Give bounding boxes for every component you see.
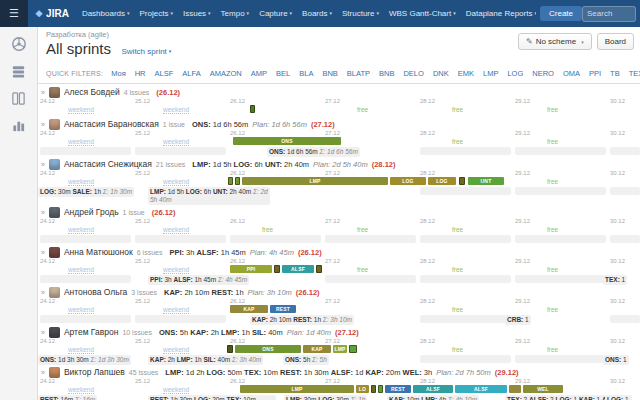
- menu-icon[interactable]: ☰: [0, 0, 28, 27]
- timeline-bar[interactable]: [316, 265, 322, 273]
- user-name[interactable]: Виктор Лапшев: [64, 367, 125, 378]
- nav-item-issues[interactable]: Issues▾: [178, 9, 216, 18]
- quick-filter-hr[interactable]: HR: [135, 69, 146, 78]
- timeline-bar-kap[interactable]: KAP: [230, 305, 268, 313]
- no-scheme-button[interactable]: ✎ No scheme ▾: [518, 33, 592, 50]
- quick-filter-bnb[interactable]: BNB: [379, 69, 394, 78]
- timeline-bar-ons[interactable]: ONS: [235, 345, 301, 353]
- day-summary-cell: KAP: 2h LMP: 1h SIL: 40m Σ: 3h 40m: [148, 355, 263, 365]
- timeline-bar[interactable]: [250, 105, 255, 113]
- nav-item-dashboards[interactable]: Dashboards▾: [77, 9, 135, 18]
- avatar[interactable]: [49, 327, 60, 338]
- avatar[interactable]: [49, 247, 60, 258]
- quick-filter-oma[interactable]: OMA: [563, 69, 580, 78]
- quick-filter-alsf[interactable]: ALSF: [155, 69, 174, 78]
- expand-chevron-icon[interactable]: »: [41, 87, 45, 98]
- reports-icon[interactable]: [10, 116, 28, 134]
- timeline-bar[interactable]: [371, 385, 376, 393]
- timeline-bar[interactable]: [228, 177, 233, 185]
- search-input[interactable]: [582, 6, 636, 22]
- nav-item-wbs-gantt-chart[interactable]: WBS Gantt-Chart▾: [384, 9, 461, 18]
- nav-item-capture[interactable]: Capture▾: [254, 9, 297, 18]
- timeline-bar[interactable]: [227, 345, 233, 353]
- jira-logo[interactable]: ❖ JIRA: [28, 8, 77, 19]
- quick-filter-bnb[interactable]: BNB: [322, 69, 337, 78]
- avatar[interactable]: [49, 159, 60, 170]
- timeline-bar[interactable]: [378, 385, 383, 393]
- quick-filter-моя[interactable]: Моя: [111, 69, 126, 78]
- timeline-bar-rest[interactable]: REST: [385, 385, 411, 393]
- avatar[interactable]: [49, 207, 60, 218]
- nav-item-tempo[interactable]: Tempo▾: [216, 9, 255, 18]
- board-columns-icon[interactable]: [10, 89, 28, 107]
- timeline-bar[interactable]: [274, 265, 280, 273]
- quick-filter-bla[interactable]: BLA: [299, 69, 313, 78]
- quick-filter-tex[interactable]: TEX: [629, 69, 640, 78]
- avatar[interactable]: [49, 367, 60, 378]
- expand-chevron-icon[interactable]: »: [41, 207, 45, 218]
- issue-count: 45 issues: [129, 367, 159, 378]
- date-label: 30.12: [610, 170, 625, 177]
- expand-chevron-icon[interactable]: »: [41, 287, 45, 298]
- expand-chevron-icon[interactable]: »: [41, 367, 45, 378]
- timeline-bar-ppi[interactable]: PPI: [230, 265, 272, 273]
- quick-filter-emk[interactable]: EMK: [458, 69, 474, 78]
- timeline-bar-alsf[interactable]: ALSF: [282, 265, 314, 273]
- backlog-icon[interactable]: [10, 62, 28, 80]
- quick-filter-alfa[interactable]: ALFA: [182, 69, 200, 78]
- quick-filter-tb[interactable]: TB: [610, 69, 620, 78]
- timeline-bar-log[interactable]: LOG: [390, 177, 426, 185]
- create-button[interactable]: Create: [540, 6, 582, 21]
- timeline-bar-unt[interactable]: UNT: [468, 177, 504, 185]
- chevron-down-icon: ▾: [208, 10, 211, 16]
- quick-filter-ppi[interactable]: PPI: [589, 69, 601, 78]
- user-name[interactable]: Анастасия Барановская: [64, 119, 159, 130]
- nav-item-projects[interactable]: Projects▾: [135, 9, 178, 18]
- user-name[interactable]: Анна Матюшонок: [64, 247, 133, 258]
- quick-filter-delo[interactable]: DELO: [403, 69, 423, 78]
- timeline-bar-rest[interactable]: REST: [270, 305, 296, 313]
- quick-filter-bel[interactable]: BEL: [276, 69, 290, 78]
- avatar[interactable]: [49, 87, 60, 98]
- nav-item-dataplane-reports[interactable]: Dataplane Reports▾: [461, 9, 536, 18]
- timeline-bar-alsf[interactable]: ALSF: [413, 385, 453, 393]
- expand-chevron-icon[interactable]: »: [41, 247, 45, 258]
- timeline-bar[interactable]: [509, 385, 521, 393]
- user-name[interactable]: Антонова Ольга: [64, 287, 127, 298]
- expand-chevron-icon[interactable]: »: [41, 159, 45, 170]
- quick-filter-dnk[interactable]: DNK: [433, 69, 449, 78]
- avatar[interactable]: [49, 287, 60, 298]
- user-name[interactable]: Андрей Гродь: [64, 207, 119, 218]
- quick-filter-lmp[interactable]: LMP: [483, 69, 498, 78]
- timeline-bar-lmp[interactable]: LMP: [242, 177, 388, 185]
- timeline-bar-ons[interactable]: ONS: [233, 137, 341, 145]
- quick-filter-log[interactable]: LOG: [507, 69, 523, 78]
- nav-item-structure[interactable]: Structure▾: [337, 9, 384, 18]
- user-name[interactable]: Алеся Бовдей: [64, 87, 120, 98]
- timeline-bar[interactable]: [459, 177, 465, 185]
- expand-chevron-icon[interactable]: »: [41, 119, 45, 130]
- quick-filter-amp[interactable]: AMP: [251, 69, 267, 78]
- user-name[interactable]: Артем Гаврон: [64, 327, 118, 338]
- quick-filter-amazon[interactable]: AMAZON: [210, 69, 242, 78]
- timeline-bar-log[interactable]: LOG: [428, 177, 456, 185]
- board-button[interactable]: Board: [597, 33, 634, 50]
- timeline-bar-lmp[interactable]: LMP: [240, 385, 354, 393]
- quick-filter-nero[interactable]: NERO: [532, 69, 554, 78]
- timeline-bar[interactable]: [349, 345, 357, 353]
- timeline-bar-lo[interactable]: LO: [356, 385, 369, 393]
- project-avatar-icon[interactable]: [10, 35, 28, 53]
- nav-item-boards[interactable]: Boards▾: [297, 9, 337, 18]
- timeline-bar-kap[interactable]: KAP: [303, 345, 331, 353]
- expand-chevron-icon[interactable]: »: [41, 327, 45, 338]
- timeline-bar-lmp[interactable]: LMP: [333, 345, 347, 353]
- day-summary-cell: ONS: 1: [603, 355, 629, 365]
- timeline-bar-wel[interactable]: WEL: [523, 385, 563, 393]
- day-summary-cell: LOG: 30m SALE: 1h Σ: 1h 30m: [38, 187, 134, 197]
- switch-sprint-link[interactable]: Switch sprint▾: [121, 47, 171, 56]
- quick-filter-blatp[interactable]: BLATP: [347, 69, 370, 78]
- timeline-bar-alsf[interactable]: ALSF: [455, 385, 507, 393]
- user-name[interactable]: Анастасия Снежицкая: [64, 159, 152, 170]
- avatar[interactable]: [49, 119, 60, 130]
- timeline-bar[interactable]: [235, 177, 240, 185]
